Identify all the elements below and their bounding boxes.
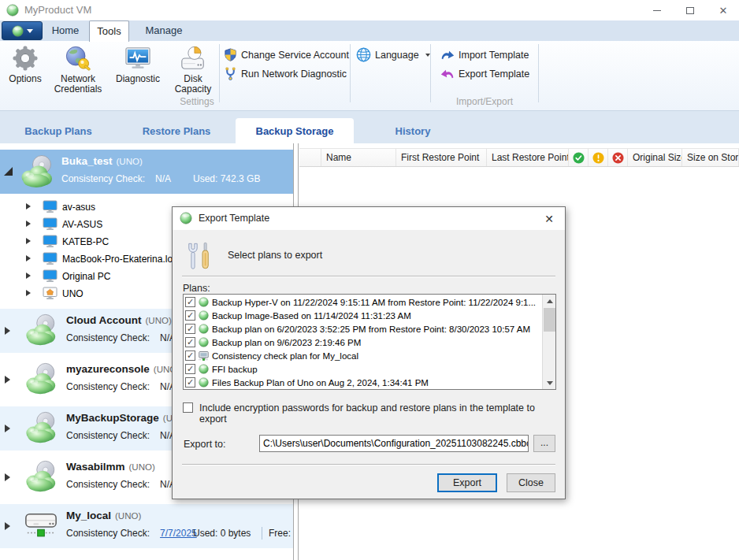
ribbon-button-run-network-diagnostic[interactable]: Run Network Diagnostic bbox=[224, 65, 349, 82]
tab-restore-plans[interactable]: Restore Plans bbox=[132, 120, 221, 143]
column-header-status-ok[interactable] bbox=[569, 149, 589, 166]
tab-backup-plans[interactable]: Backup Plans bbox=[14, 120, 102, 143]
sidebar-account-my-local[interactable]: My_local(UNO)Consistency Check:7/7/2025U… bbox=[0, 504, 293, 548]
tree-collapsed-icon[interactable] bbox=[26, 221, 31, 227]
tree-collapsed-icon[interactable] bbox=[5, 522, 10, 530]
scrollbar-thumb[interactable] bbox=[544, 308, 555, 332]
application-menu-button[interactable] bbox=[2, 21, 43, 40]
dialog-subtitle: Select plans to export bbox=[228, 250, 322, 261]
plan-checkbox[interactable]: ✓ bbox=[185, 310, 195, 321]
tree-item-label: UNO bbox=[62, 285, 84, 302]
account-name: Cloud Account(UNO) bbox=[66, 314, 172, 326]
plan-row[interactable]: ✓Backup Hyper-V on 11/22/2024 9:15:11 AM… bbox=[185, 295, 541, 309]
tree-item-label: MacBook-Pro-Ekaterina.local bbox=[62, 250, 184, 268]
export-path-input[interactable]: C:\Users\user\Documents\Configuration_20… bbox=[259, 435, 529, 452]
cloud-icon bbox=[24, 362, 58, 396]
tab-history[interactable]: History bbox=[369, 120, 457, 143]
plans-label: Plans: bbox=[183, 283, 210, 294]
plan-row[interactable]: ✓Backup Image-Based on 11/14/2024 11:31:… bbox=[185, 309, 541, 322]
plans-listbox[interactable]: ✓Backup Hyper-V on 11/22/2024 9:15:11 AM… bbox=[183, 294, 556, 390]
sphere-icon bbox=[199, 310, 209, 321]
ribbon-tab-manage[interactable]: Manage bbox=[134, 20, 194, 41]
ribbon-tab-home[interactable]: Home bbox=[46, 20, 85, 41]
ribbon-button-network-credentials[interactable]: Network Credentials bbox=[47, 43, 109, 95]
tree-collapsed-icon[interactable] bbox=[26, 203, 31, 210]
ribbon-button-change-service-account[interactable]: Change Service Account bbox=[224, 46, 349, 63]
account-name: Wasabilmm(UNO) bbox=[66, 461, 155, 473]
monitor-icon bbox=[43, 252, 58, 265]
dialog-title-bar[interactable]: Export Template ✕ bbox=[173, 207, 565, 230]
export-button[interactable]: Export bbox=[437, 473, 497, 492]
consistency-check-label: Consistency Check: bbox=[66, 430, 150, 441]
tree-collapsed-icon[interactable] bbox=[5, 473, 10, 481]
scroll-up-icon[interactable] bbox=[543, 295, 556, 307]
column-header-status-warn[interactable] bbox=[589, 149, 608, 166]
ribbon-button-export-template[interactable]: Export Template bbox=[440, 65, 529, 82]
tree-collapsed-icon[interactable] bbox=[26, 273, 31, 279]
gear-icon bbox=[12, 45, 39, 72]
tree-collapsed-icon[interactable] bbox=[26, 255, 31, 261]
consistency-check-label: Consistency Check: bbox=[66, 528, 150, 539]
sphere-icon bbox=[199, 337, 209, 347]
dialog-close-button[interactable]: Close bbox=[507, 473, 555, 492]
ribbon-button-options[interactable]: Options bbox=[3, 43, 47, 95]
column-header-original-size[interactable]: Original Size bbox=[628, 149, 682, 166]
export-to-label: Export to: bbox=[184, 439, 226, 450]
language-dropdown[interactable]: Language bbox=[356, 46, 430, 63]
plan-row[interactable]: ✓FFI backup bbox=[185, 362, 541, 376]
plan-checkbox[interactable]: ✓ bbox=[185, 324, 195, 334]
minimize-button[interactable] bbox=[644, 0, 670, 20]
plan-row[interactable]: ✓Backup plan on 6/20/2023 3:52:25 PM fro… bbox=[185, 322, 541, 336]
plan-label: Files Backup Plan of Uno on Aug 2, 2024,… bbox=[212, 378, 429, 388]
window-title: MyProduct VM bbox=[24, 0, 91, 20]
plan-label: Consistency check plan for My_local bbox=[212, 351, 358, 361]
export-template-dialog: Export Template ✕ Select plans to export… bbox=[172, 206, 566, 499]
sidebar-account-buka-test[interactable]: Buka_test(UNO)Consistency Check:N/AUsed:… bbox=[0, 150, 293, 194]
plan-checkbox[interactable]: ✓ bbox=[185, 364, 195, 374]
scroll-down-icon[interactable] bbox=[543, 376, 556, 389]
plan-label: Backup plan on 9/6/2023 2:19:46 PM bbox=[212, 338, 361, 347]
ribbon-button-import-template[interactable]: Import Template bbox=[440, 46, 529, 63]
account-suffix: (UNO) bbox=[117, 157, 143, 166]
column-header-first-restore-point[interactable]: First Restore Point bbox=[396, 149, 487, 166]
monitor-icon bbox=[43, 235, 58, 248]
tree-expanded-icon[interactable] bbox=[4, 167, 13, 176]
browse-button[interactable]: ... bbox=[533, 435, 555, 452]
maximize-button[interactable] bbox=[677, 0, 704, 20]
status-error-icon bbox=[612, 152, 624, 164]
tree-collapsed-icon[interactable] bbox=[26, 290, 31, 296]
tree-collapsed-icon[interactable] bbox=[26, 238, 31, 244]
account-name: MyBackupStorage(UNO) bbox=[66, 412, 189, 424]
ribbon-tab-tools[interactable]: Tools bbox=[89, 20, 129, 42]
ribbon-button-disk-capacity[interactable]: Disk Capacity bbox=[167, 43, 219, 95]
tab-backup-storage[interactable]: Backup Storage bbox=[236, 118, 354, 143]
scrollbar[interactable] bbox=[542, 295, 555, 389]
title-bar: MyProduct VM ✕ bbox=[0, 0, 739, 20]
account-suffix: (UNO) bbox=[129, 462, 155, 472]
plan-row[interactable]: ✓Consistency check plan for My_local bbox=[185, 349, 541, 362]
plan-row[interactable]: ✓Backup plan on 9/6/2023 2:19:46 PM bbox=[185, 336, 541, 349]
ribbon-button-label: Run Network Diagnostic bbox=[241, 69, 347, 80]
include-passwords-checkbox[interactable] bbox=[183, 402, 193, 413]
tree-collapsed-icon[interactable] bbox=[5, 376, 10, 384]
consistency-check: Consistency Check:N/A bbox=[66, 332, 176, 343]
column-header-last-restore-point[interactable]: Last Restore Point bbox=[487, 149, 569, 166]
import-arrow-icon bbox=[440, 50, 455, 61]
column-header-name[interactable]: Name bbox=[321, 149, 396, 166]
dialog-close-icon[interactable]: ✕ bbox=[538, 207, 560, 230]
column-header-status-error[interactable] bbox=[608, 149, 628, 166]
plan-checkbox[interactable]: ✓ bbox=[185, 350, 195, 361]
plan-checkbox[interactable]: ✓ bbox=[185, 377, 195, 388]
column-header-size-on-stor[interactable]: Size on Stor bbox=[682, 149, 739, 166]
close-button[interactable]: ✕ bbox=[710, 0, 737, 20]
net-plug-icon bbox=[224, 67, 237, 80]
ribbon-tab-row: HomeToolsManage bbox=[0, 20, 739, 41]
tree-collapsed-icon[interactable] bbox=[5, 327, 10, 335]
plan-checkbox[interactable]: ✓ bbox=[185, 297, 195, 307]
tree-collapsed-icon[interactable] bbox=[5, 425, 10, 432]
column-header-spacer[interactable] bbox=[299, 149, 321, 166]
ribbon-button-diagnostic[interactable]: Diagnostic bbox=[109, 43, 167, 95]
plan-row[interactable]: ✓Files Backup Plan of Uno on Aug 2, 2024… bbox=[185, 376, 541, 389]
consistency-check-date-link[interactable]: 7/7/2025 bbox=[160, 528, 197, 539]
plan-checkbox[interactable]: ✓ bbox=[185, 337, 195, 347]
